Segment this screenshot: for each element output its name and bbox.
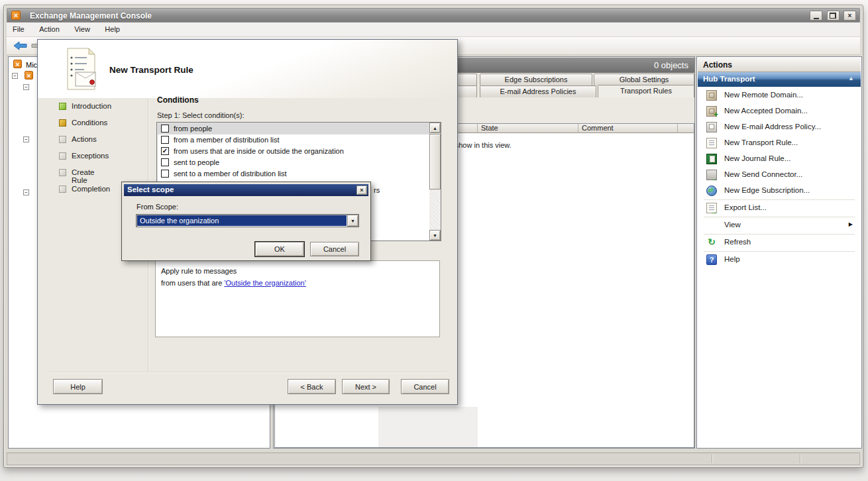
back-button[interactable]: [13, 41, 28, 53]
collapse-chevron-icon[interactable]: ▲: [848, 75, 854, 81]
status-divider: [712, 454, 713, 463]
status-bar: [7, 453, 860, 465]
condition-sent-to-member[interactable]: sent to a member of distribution list: [158, 168, 429, 180]
from-scope-selected-value: Outside the organization: [137, 215, 347, 226]
restore-icon: [830, 13, 836, 19]
cancel-button-dialog[interactable]: Cancel: [310, 242, 359, 256]
refresh-icon: ↻: [706, 237, 717, 248]
org-node-icon: [25, 71, 33, 80]
sorted-column-shade: [378, 407, 478, 447]
rule-description-box: Apply rule to messages from users that a…: [155, 260, 440, 337]
wizard-header: New Transport Rule: [38, 40, 457, 98]
journal-rule-icon: [706, 154, 717, 164]
actions-pane-title: Actions: [698, 58, 861, 72]
menu-file[interactable]: File: [7, 23, 30, 36]
step-pending-icon: [59, 136, 66, 143]
menu-help[interactable]: Help: [99, 23, 126, 36]
scroll-down-button[interactable]: ▼: [429, 230, 441, 240]
step1-label: Step 1: Select condition(s):: [157, 111, 244, 119]
restore-button[interactable]: [827, 11, 840, 21]
scroll-up-button[interactable]: ▲: [429, 123, 441, 133]
checkbox-unchecked[interactable]: [161, 170, 169, 178]
scope-dialog-title: Select scope: [127, 186, 174, 193]
cancel-button-wizard[interactable]: Cancel: [401, 379, 449, 394]
tab-edge-subscriptions[interactable]: Edge Subscriptions: [480, 74, 592, 85]
exchange-logo-icon: [11, 11, 21, 20]
action-new-accepted-domain[interactable]: New Accepted Domain...: [698, 103, 861, 119]
action-export-list[interactable]: Export List...: [698, 200, 861, 216]
step-pending-icon: [59, 169, 66, 176]
transport-rule-document-icon: [63, 47, 99, 93]
scope-value-link[interactable]: 'Outside the organization': [224, 279, 305, 287]
tab-global-settings[interactable]: Global Settings: [594, 74, 694, 85]
select-scope-dialog: Select scope × From Scope: Outside the o…: [121, 182, 371, 261]
column-header-stub[interactable]: [678, 124, 694, 133]
step-pending-icon: [59, 186, 66, 193]
hub-transport-group-header[interactable]: Hub Transport ▲: [698, 72, 861, 87]
column-header-state[interactable]: State: [478, 124, 578, 133]
from-scope-label: From Scope:: [136, 203, 178, 211]
step-current-icon: [59, 119, 66, 127]
back-button-wizard[interactable]: < Back: [288, 379, 336, 394]
scope-close-button[interactable]: ×: [356, 186, 367, 195]
next-button[interactable]: Next >: [342, 379, 390, 394]
tree-expander[interactable]: −: [23, 84, 29, 90]
from-scope-dropdown[interactable]: Outside the organization ▼: [136, 214, 359, 227]
checkbox-checked[interactable]: ✓: [161, 147, 169, 155]
wizard-button-separator: [48, 372, 448, 373]
rule-description-line1: Apply rule to messages: [161, 265, 434, 277]
close-button[interactable]: ×: [843, 11, 856, 21]
close-icon: ×: [848, 12, 852, 19]
action-help[interactable]: ? Help: [698, 252, 861, 268]
tree-expander[interactable]: −: [23, 189, 29, 195]
condition-from-member[interactable]: from a member of distribution list: [158, 134, 429, 146]
submenu-arrow-icon: ▶: [849, 221, 853, 227]
scroll-thumb[interactable]: [429, 134, 441, 189]
ok-button[interactable]: OK: [255, 242, 304, 256]
actions-pane: Actions Hub Transport ▲ New Remote Domai…: [696, 56, 862, 449]
checkbox-unchecked[interactable]: [161, 125, 169, 133]
scope-dialog-titlebar[interactable]: Select scope ×: [124, 184, 368, 196]
action-new-email-address-policy[interactable]: New E-mail Address Policy...: [698, 119, 861, 135]
action-refresh[interactable]: ↻ Refresh: [698, 235, 861, 250]
remote-domain-icon: [706, 90, 717, 101]
condition-from-people[interactable]: from people: [158, 123, 429, 134]
title-bar[interactable]: Exchange Management Console ×: [7, 8, 860, 23]
email-address-policy-icon: [706, 122, 717, 133]
send-connector-icon: [706, 170, 717, 180]
menu-action[interactable]: Action: [33, 23, 66, 36]
column-header-comment[interactable]: Comment: [578, 124, 678, 133]
minimize-button[interactable]: [810, 11, 822, 21]
action-new-remote-domain[interactable]: New Remote Domain...: [698, 87, 861, 103]
menu-bar: File Action View Help: [7, 23, 860, 37]
tab-email-address-policies[interactable]: E-mail Address Policies: [480, 85, 596, 97]
action-view[interactable]: View ▶: [698, 217, 861, 233]
dropdown-arrow-button[interactable]: ▼: [347, 215, 358, 227]
tab-transport-rules[interactable]: Transport Rules: [598, 85, 694, 97]
condition-partially-hidden[interactable]: rs: [374, 186, 380, 194]
hub-transport-label: Hub Transport: [703, 75, 755, 83]
conditions-heading: Conditions: [157, 95, 199, 105]
exchange-node-icon: [13, 60, 22, 68]
minimize-icon: [814, 18, 819, 19]
edge-subscription-icon: [706, 186, 717, 196]
transport-rule-icon: [706, 138, 717, 148]
condition-from-users-scope[interactable]: ✓ from users that are inside or outside …: [158, 146, 429, 157]
condition-sent-to-people[interactable]: sent to people: [158, 157, 429, 168]
back-arrow-icon: [13, 41, 28, 50]
action-new-send-connector[interactable]: New Send Connector...: [698, 167, 861, 183]
action-new-journal-rule[interactable]: New Journal Rule...: [698, 151, 861, 167]
help-button[interactable]: Help: [53, 379, 103, 394]
conditions-scrollbar[interactable]: ▲ ▼: [429, 123, 441, 240]
help-icon: ?: [706, 254, 717, 265]
checkbox-unchecked[interactable]: [161, 136, 169, 144]
menu-view[interactable]: View: [68, 23, 96, 36]
tree-expander[interactable]: −: [12, 73, 18, 79]
rule-description-line2: from users that are 'Outside the organiz…: [161, 277, 434, 289]
export-list-icon: [706, 203, 717, 213]
action-new-edge-subscription[interactable]: New Edge Subscription...: [698, 183, 861, 199]
checkbox-unchecked[interactable]: [161, 158, 169, 166]
tree-expander[interactable]: −: [23, 136, 29, 142]
step-pending-icon: [59, 152, 66, 160]
action-new-transport-rule[interactable]: New Transport Rule...: [698, 135, 861, 151]
